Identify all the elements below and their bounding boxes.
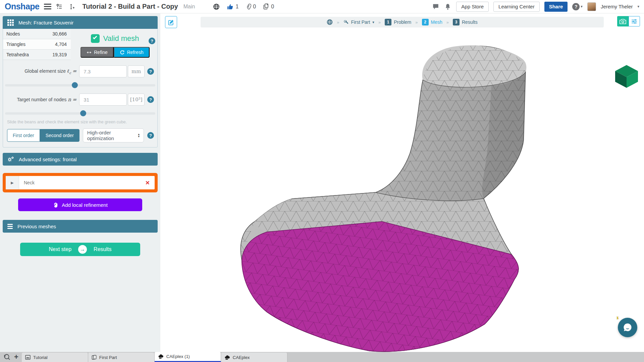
nodes-target-label: Target number of nodes (17, 97, 66, 102)
local-refinement-box: ▶ × (3, 173, 158, 192)
breadcrumb-separator: » (337, 20, 339, 25)
element-size-symbol: ℓc (67, 68, 71, 74)
camera-icon (620, 19, 626, 24)
refine-icon (87, 50, 92, 55)
search-tabs-icon[interactable] (3, 354, 11, 360)
previous-meshes-bar[interactable]: Previous meshes (3, 220, 158, 233)
optimization-value: High-order optimization (87, 130, 138, 141)
breadcrumb-caret-icon[interactable]: ▾ (372, 20, 374, 24)
bottom-tab-bar: + Tutorial First Part CAEplex (1) CAEple… (0, 352, 644, 362)
nodes-target-row: Target number of nodes n = [10³] ? (3, 94, 154, 106)
user-avatar[interactable] (587, 2, 596, 11)
second-order-button[interactable]: Second order (40, 129, 79, 142)
comments-icon[interactable] (432, 3, 439, 10)
help-menu[interactable]: ? ▾ (572, 3, 583, 10)
notifications-bell-icon[interactable] (444, 3, 451, 10)
tab-caeplex-active[interactable]: CAEplex (1) (155, 352, 221, 362)
caeplex-cloud-icon (158, 354, 164, 359)
stat-label: Triangles (6, 42, 25, 47)
step-badge-active: 2 (422, 19, 429, 25)
thumbs-up-icon (227, 3, 234, 10)
mesh-model[interactable] (188, 30, 537, 352)
element-size-help-icon[interactable]: ? (147, 68, 154, 75)
user-chevron-down-icon[interactable]: ▾ (637, 4, 639, 9)
nodes-target-input[interactable] (79, 94, 127, 106)
step-badge: 1 (385, 19, 391, 25)
refinement-name-input[interactable] (19, 176, 141, 189)
sliders-icon (631, 19, 637, 24)
element-size-slider[interactable] (5, 82, 155, 88)
valid-mesh-checkbox-icon (91, 34, 100, 43)
share-world-icon[interactable] (213, 3, 220, 10)
element-size-input[interactable] (79, 65, 127, 77)
nodes-target-symbol: n (68, 97, 71, 103)
element-size-label: Global element size (24, 68, 66, 74)
links-counter[interactable]: 0 (246, 3, 256, 10)
tab-first-part[interactable]: First Part (88, 353, 155, 362)
top-bar: Onshape Tutorial 2 - Build a Part - Copy… (0, 0, 644, 13)
nodes-target-help-icon[interactable]: ? (147, 96, 154, 103)
breadcrumb-step-results[interactable]: 3 Results (453, 19, 478, 25)
stat-row-triangles: Triangles 4,704 (3, 39, 71, 50)
order-row: First order Second order High-order opti… (7, 128, 154, 142)
hand-icon (53, 202, 58, 208)
advanced-settings-bar[interactable]: Advanced settings: frontal (3, 153, 158, 166)
slider-track[interactable] (5, 84, 155, 86)
element-size-row: Global element size ℓc = mm ? (3, 65, 154, 77)
copies-icon (263, 3, 269, 10)
add-tab-button[interactable]: + (14, 353, 18, 361)
copies-counter[interactable]: 0 (263, 3, 274, 10)
refresh-icon (120, 50, 125, 55)
3d-viewport[interactable]: » First Part ▾ » 1 Problem » 2 Mesh » (160, 13, 644, 352)
help-icon[interactable]: ? (572, 3, 580, 10)
onshape-logo[interactable]: Onshape (5, 2, 39, 11)
nodes-target-slider[interactable] (5, 110, 155, 116)
chat-widget-button[interactable]: z (618, 318, 637, 337)
breadcrumb-step-mesh[interactable]: 2 Mesh (422, 19, 442, 25)
stat-row-nodes: Nodes 30,666 (3, 29, 71, 39)
hamburger-menu-icon[interactable] (44, 4, 51, 9)
mesh-stats-table: Nodes 30,666 Triangles 4,704 Tetrahedra … (3, 29, 71, 60)
share-button[interactable]: Share (544, 2, 568, 12)
first-order-button[interactable]: First order (7, 129, 40, 142)
document-title: Tutorial 2 - Build a Part - Copy (82, 3, 178, 10)
breadcrumb-part[interactable]: First Part ▾ (343, 19, 374, 25)
optimization-select[interactable]: High-order optimization ▴▾ (83, 128, 144, 142)
gears-icon (7, 156, 14, 162)
view-settings-button[interactable] (629, 16, 640, 26)
add-local-refinement-button[interactable]: Add local refinement (18, 198, 142, 211)
results-label: Results (94, 246, 111, 252)
screenshot-camera-button[interactable] (617, 16, 629, 26)
close-icon: × (146, 179, 150, 187)
chevron-down-icon: ▾ (581, 4, 583, 9)
tab-tutorial[interactable]: Tutorial (22, 353, 88, 362)
refinement-expand-button[interactable]: ▶ (6, 176, 19, 189)
slider-handle[interactable] (80, 110, 86, 116)
order-help-icon[interactable]: ? (147, 132, 154, 139)
list-icon (7, 224, 13, 229)
refine-button[interactable]: Refine (80, 47, 113, 58)
versions-history-icon[interactable] (56, 3, 63, 10)
nodes-target-unit: [10³] (128, 94, 145, 106)
learning-center-button[interactable]: Learning Center (493, 2, 540, 12)
remove-refinement-button[interactable]: × (141, 179, 155, 187)
select-arrows-icon: ▴▾ (138, 133, 140, 138)
tutorial-tab-icon (25, 355, 31, 360)
stat-row-tetrahedra: Tetrahedra 19,319 (3, 50, 71, 60)
tab-caeplex[interactable]: CAEplex (221, 353, 287, 362)
edit-document-button[interactable] (165, 16, 177, 28)
mesh-panel-header[interactable]: Mesh: Fracture Souvenir (3, 16, 158, 29)
breadcrumb-step-problem[interactable]: 1 Problem (385, 19, 411, 25)
app-store-button[interactable]: App Store (456, 2, 489, 12)
next-step-results-button[interactable]: Next step → Results (20, 243, 140, 256)
slider-handle[interactable] (72, 82, 78, 88)
breadcrumb-home[interactable] (327, 19, 333, 25)
stat-label: Nodes (6, 31, 20, 37)
stat-value: 4,704 (55, 42, 67, 47)
refresh-button[interactable]: Refresh (114, 47, 150, 58)
user-name[interactable]: Jeremy Theler (601, 4, 633, 9)
branch-create-icon[interactable] (68, 3, 75, 10)
likes-counter[interactable]: 1 (227, 3, 238, 10)
mesh-help-icon[interactable]: ? (149, 38, 155, 44)
workspace-name[interactable]: Main (183, 4, 195, 10)
